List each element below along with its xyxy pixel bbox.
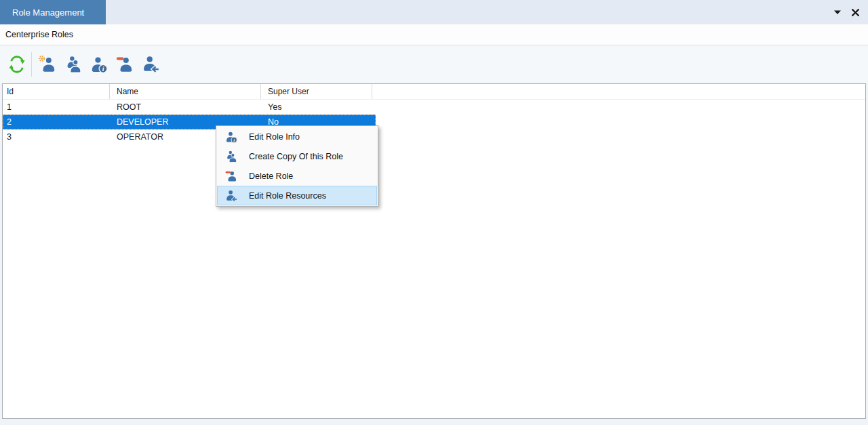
user-gear-icon xyxy=(39,56,56,73)
users-copy-icon xyxy=(225,150,237,163)
user-info-icon: i xyxy=(90,56,108,73)
create-role-button[interactable] xyxy=(37,53,58,76)
table-header-row: Id Name Super User xyxy=(3,84,865,100)
cell-superuser: Yes xyxy=(261,100,372,115)
svg-text:i: i xyxy=(102,65,104,73)
close-icon[interactable] xyxy=(850,7,860,17)
caret-down-icon[interactable] xyxy=(833,7,842,17)
user-arrow-left-icon xyxy=(225,190,237,202)
column-header-id[interactable]: Id xyxy=(3,84,110,99)
menu-item-label: Create Copy Of this Role xyxy=(249,152,343,161)
refresh-button[interactable] xyxy=(7,53,27,76)
menu-item-label: Edit Role Info xyxy=(249,132,300,142)
user-arrow-left-icon xyxy=(142,56,159,73)
cell-id: 1 xyxy=(3,100,110,115)
refresh-icon xyxy=(8,56,26,73)
copy-role-button[interactable] xyxy=(63,53,83,76)
user-info-icon: i xyxy=(225,131,237,143)
column-header-superuser[interactable]: Super User xyxy=(261,84,372,99)
toolbar: i xyxy=(0,45,868,83)
menu-item-create-copy-of-role[interactable]: Create Copy Of this Role xyxy=(217,146,377,166)
edit-role-resources-button[interactable] xyxy=(140,53,161,76)
toolbar-separator xyxy=(31,52,32,77)
svg-text:i: i xyxy=(233,137,235,142)
users-copy-icon xyxy=(64,56,82,73)
menu-item-label: Delete Role xyxy=(249,171,293,181)
user-minus-icon xyxy=(225,170,237,182)
menu-item-delete-role[interactable]: Delete Role xyxy=(217,166,377,186)
cell-name: ROOT xyxy=(110,100,261,115)
cell-id: 3 xyxy=(3,129,110,144)
column-header-name[interactable]: Name xyxy=(110,84,261,99)
tab-bar: Role Management xyxy=(0,0,868,24)
cell-id: 2 xyxy=(3,115,110,129)
edit-role-info-button[interactable]: i xyxy=(89,53,109,76)
roles-table: Id Name Super User 1 ROOT Yes 2 DEVELOPE… xyxy=(2,83,866,419)
tab-role-management[interactable]: Role Management xyxy=(0,0,106,24)
tab-title: Role Management xyxy=(12,7,84,18)
menu-item-edit-role-resources[interactable]: Edit Role Resources xyxy=(217,186,377,205)
panel-title: Centerprise Roles xyxy=(0,24,868,45)
menu-item-label: Edit Role Resources xyxy=(249,191,326,201)
user-minus-icon xyxy=(116,56,134,73)
table-row[interactable]: 1 ROOT Yes xyxy=(3,100,376,115)
menu-item-edit-role-info[interactable]: i Edit Role Info xyxy=(217,127,377,146)
window-controls xyxy=(833,0,868,24)
delete-role-button[interactable] xyxy=(115,53,135,76)
context-menu: i Edit Role Info Create Copy Of this Rol… xyxy=(216,125,378,207)
